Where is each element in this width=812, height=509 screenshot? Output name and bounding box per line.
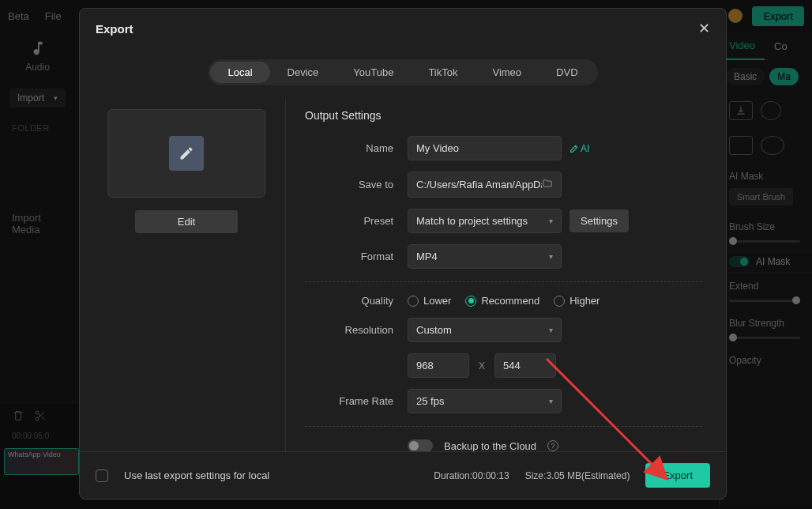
resolution-width-input[interactable] (408, 353, 469, 378)
framerate-value: 25 fps (416, 395, 444, 407)
chevron-down-icon: ▾ (549, 217, 553, 225)
tab-dvd[interactable]: DVD (539, 62, 595, 83)
chevron-down-icon: ▾ (549, 326, 553, 334)
tab-youtube[interactable]: YouTube (336, 62, 411, 83)
saveto-label: Save to (305, 179, 408, 190)
name-input[interactable] (408, 136, 562, 160)
pencil-icon (169, 136, 204, 171)
resolution-label: Resolution (305, 324, 408, 336)
export-button[interactable]: Export (645, 463, 710, 488)
preset-value: Match to project settings (416, 215, 528, 227)
use-last-settings-label: Use last export settings for local (124, 469, 269, 481)
quality-recommend-radio[interactable]: Recommend (465, 295, 539, 307)
name-label: Name (305, 142, 408, 154)
ai-pencil-icon[interactable]: AI (570, 143, 589, 154)
close-icon[interactable]: ✕ (698, 20, 710, 37)
backup-cloud-label: Backup to the Cloud (444, 440, 536, 452)
preset-select[interactable]: Match to project settings ▾ (408, 209, 562, 233)
output-settings-heading: Output Settings (305, 109, 702, 122)
resolution-x: X (479, 360, 485, 371)
quality-lower-radio[interactable]: Lower (408, 295, 451, 307)
modal-title: Export (96, 22, 133, 36)
framerate-label: Frame Rate (305, 395, 408, 407)
info-icon[interactable]: ? (547, 440, 558, 451)
format-value: MP4 (416, 251, 438, 262)
size-info: Size:3.05 MB(Estimated) (525, 470, 630, 481)
tab-device[interactable]: Device (270, 62, 336, 83)
format-select[interactable]: MP4 ▾ (408, 244, 562, 269)
quality-label: Quality (305, 295, 408, 307)
tab-local[interactable]: Local (210, 62, 269, 83)
quality-higher-label: Higher (570, 295, 600, 307)
preset-settings-button[interactable]: Settings (570, 209, 629, 232)
chevron-down-icon: ▾ (549, 252, 553, 261)
quality-lower-label: Lower (423, 295, 451, 307)
resolution-select[interactable]: Custom ▾ (408, 318, 562, 342)
radio-icon (408, 296, 419, 307)
use-last-settings-checkbox[interactable] (96, 469, 108, 482)
radio-icon (465, 296, 476, 307)
format-label: Format (305, 251, 408, 262)
quality-higher-radio[interactable]: Higher (554, 295, 600, 307)
chevron-down-icon: ▾ (549, 397, 553, 405)
video-preview (107, 109, 265, 198)
tab-tiktok[interactable]: TikTok (411, 62, 475, 83)
saveto-value: C:/Users/Rafia Aman/AppData (416, 179, 542, 190)
folder-icon[interactable] (542, 178, 553, 191)
export-modal: Export ✕ Local Device YouTube TikTok Vim… (79, 8, 727, 500)
radio-icon (554, 296, 565, 307)
preview-column: Edit (96, 100, 285, 451)
framerate-select[interactable]: 25 fps ▾ (408, 389, 562, 413)
tab-vimeo[interactable]: Vimeo (475, 62, 539, 83)
backup-cloud-toggle[interactable] (408, 439, 433, 451)
export-destination-tabs: Local Device YouTube TikTok Vimeo DVD (80, 48, 726, 100)
quality-recommend-label: Recommend (481, 295, 539, 307)
duration-info: Duration:00:00:13 (434, 470, 509, 481)
resolution-height-input[interactable] (494, 353, 556, 378)
modal-footer: Use last export settings for local Durat… (80, 451, 726, 499)
preset-label: Preset (305, 215, 408, 227)
divider (305, 426, 702, 427)
ai-suffix: AI (581, 143, 589, 154)
saveto-field[interactable]: C:/Users/Rafia Aman/AppData (408, 172, 562, 198)
output-settings: Output Settings Name AI Save to C:/Users… (285, 100, 710, 451)
edit-button[interactable]: Edit (135, 210, 238, 233)
resolution-value: Custom (416, 324, 452, 336)
divider (305, 281, 702, 282)
